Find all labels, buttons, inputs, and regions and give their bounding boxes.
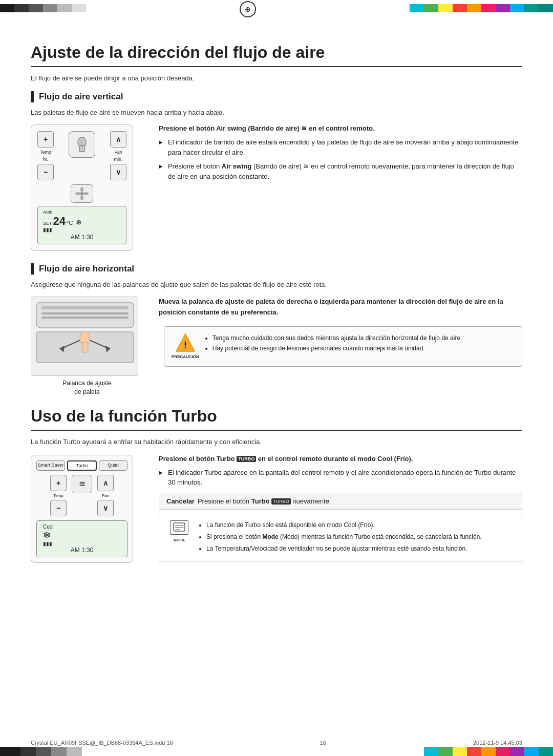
swatches-left: [0, 4, 86, 14]
section2-subtitle: La función Turbo ayudará a enfriar su ha…: [31, 438, 522, 446]
cancel-text: Presione el botón Turbo TURBO nuevamente…: [198, 497, 331, 505]
svg-rect-8: [36, 302, 134, 328]
minus-button[interactable]: −: [37, 164, 54, 180]
bottom-swatch: [36, 747, 51, 756]
minus-btn-2[interactable]: −: [50, 500, 67, 516]
swatch: [467, 4, 481, 12]
bottom-swatch: [0, 747, 20, 756]
auto-label: Auto: [43, 209, 121, 215]
fan-label-2: Fan: [102, 493, 109, 498]
fan-icon: [71, 184, 93, 203]
subsection1-bullets: El indicador de barrido de aire estará e…: [159, 137, 522, 181]
temp-unit: °C: [67, 220, 73, 226]
svg-rect-18: [82, 342, 88, 352]
caution-icon: ! PRECAUCIÓN: [172, 333, 199, 361]
section2: Uso de la función Turbo La función Turbo…: [31, 407, 522, 563]
cancel-box: Cancelar Presione el botón Turbo TURBO n…: [159, 493, 522, 510]
note-item-2: Si presiona el botón Mode (Modo) mientra…: [206, 532, 482, 542]
bottom-swatch: [67, 747, 82, 756]
snowflake-2: ❄: [43, 530, 51, 541]
up-btn-2[interactable]: ∧: [97, 475, 114, 491]
svg-rect-9: [41, 306, 129, 309]
subsection1-text: Presione el botón Air swing (Barrido de …: [159, 124, 522, 185]
fan-bars-icon: ▮▮▮: [43, 227, 52, 233]
note-list: La función de Turbo sólo está disponible…: [198, 520, 482, 554]
fan-svg: [75, 186, 89, 201]
airswing-icon-inline: ≋: [300, 124, 307, 132]
airswing-btn-2[interactable]: ≋: [72, 475, 92, 493]
page-footer: Crystal EU_AR09FSSE@_IB_DB68-03364A_ES.i…: [31, 740, 522, 746]
plus-button[interactable]: +: [37, 131, 54, 148]
instruction-suffix: en el control remoto.: [307, 124, 374, 132]
subsection2-header: Flujo de aire horizontal: [31, 263, 522, 275]
swatch: [29, 4, 43, 12]
section2-instruction: Presione el botón Turbo TURBO en el cont…: [159, 455, 522, 463]
set-label: SET: [43, 221, 52, 226]
remote2-middle-btns: + Temp − ≋ ∧ Fan ∨: [36, 475, 127, 516]
page-content: Ajuste de la dirección del flujo de aire…: [0, 28, 553, 596]
subsection-bar-2: [31, 263, 34, 275]
caution-item: Hay potencial de riesgo de lesiones pers…: [212, 343, 462, 353]
section2-bullets: El indicador Turbo aparece en la pantall…: [159, 468, 522, 488]
nota-label: NOTA: [174, 537, 185, 544]
plus-btn-2[interactable]: +: [50, 475, 67, 491]
bottom-swatch: [524, 747, 539, 756]
caution-triangle-svg: !: [175, 333, 196, 352]
footer-right: 2012-11-9 14:45:03: [473, 740, 522, 746]
fan-label: Fan: [114, 150, 122, 155]
turbo-suffix: en el control remoto durante el modo Coo…: [258, 455, 413, 463]
bottom-swatch: [510, 747, 524, 756]
compass-center: ⊕: [86, 1, 410, 17]
ac-caption: Palanca de ajuste de paleta: [31, 379, 143, 396]
swatch: [510, 4, 524, 12]
airswing-button[interactable]: [69, 131, 95, 158]
bottom-swatch: [539, 747, 553, 756]
swatch: [410, 4, 424, 12]
swatch: [424, 4, 438, 12]
subsection-bar: [31, 91, 34, 102]
instruction-bold-part: Presione el botón Air swing (Barrido de …: [159, 124, 300, 132]
section1-subtitle: El flujo de aire se puede dirigir a una …: [31, 74, 522, 82]
caution-item: Tenga mucho cuidado con sus dedos mientr…: [212, 333, 462, 343]
subsection1-content: + Temp hr. −: [31, 124, 522, 251]
svg-point-6: [80, 195, 83, 200]
note-icon-box: [170, 520, 188, 535]
subsection1-header: Flujo de aire vertical: [31, 91, 522, 102]
up-arrow-button[interactable]: ∧: [110, 131, 126, 148]
temp-label-2: Temp: [53, 493, 63, 498]
remote-screen-1: Auto SET 24 °C ❄ ▮▮▮ AM 1:30: [37, 206, 126, 244]
footer-left: Crystal EU_AR09FSSE@_IB_DB68-03364A_ES.i…: [31, 740, 173, 746]
bullet-item: Presione el botón Air swing (Barrido de …: [159, 161, 522, 181]
subsection2-right: Mueva la palanca de ajuste de paleta de …: [159, 297, 522, 367]
ac-unit-image: [31, 297, 138, 376]
bottom-swatch: [481, 747, 496, 756]
down-arrow-button[interactable]: ∨: [110, 164, 126, 180]
time-display-2: AM 1:30: [43, 547, 121, 554]
subsection1-instruction: Presione el botón Air swing (Barrido de …: [159, 124, 522, 132]
svg-rect-11: [41, 317, 129, 319]
smart-saver-btn[interactable]: Smart Saver: [36, 460, 65, 471]
svg-text:!: !: [184, 340, 187, 350]
down-btn-2[interactable]: ∨: [97, 500, 114, 516]
hr-label: hr.: [43, 157, 48, 162]
remote1-image: + Temp hr. −: [31, 124, 143, 251]
section2-title: Uso de la función Turbo: [31, 407, 522, 431]
swatch: [0, 4, 14, 12]
turbo-bullet: El indicador Turbo aparece en la pantall…: [159, 468, 522, 488]
swatch: [524, 4, 539, 12]
turbo-btn[interactable]: Turbo: [67, 460, 97, 471]
svg-point-4: [80, 187, 83, 192]
quiet-btn[interactable]: Quiet: [99, 460, 127, 471]
bottom-swatch: [438, 747, 453, 756]
cancel-label: Cancelar: [166, 497, 195, 505]
note-icon: NOTA: [166, 520, 192, 556]
svg-rect-10: [41, 312, 129, 314]
note-box: NOTA La función de Turbo sólo está dispo…: [159, 515, 522, 562]
swatch: [481, 4, 496, 12]
caution-text: Tenga mucho cuidado con sus dedos mientr…: [205, 333, 462, 354]
subsection2-content: Palanca de ajuste de paleta Mueva la pal…: [31, 297, 522, 396]
bottom-swatch: [424, 747, 438, 756]
swatch: [496, 4, 510, 12]
caution-label: PRECAUCIÓN: [172, 354, 199, 361]
subsection1-title: Flujo de aire vertical: [39, 92, 123, 102]
